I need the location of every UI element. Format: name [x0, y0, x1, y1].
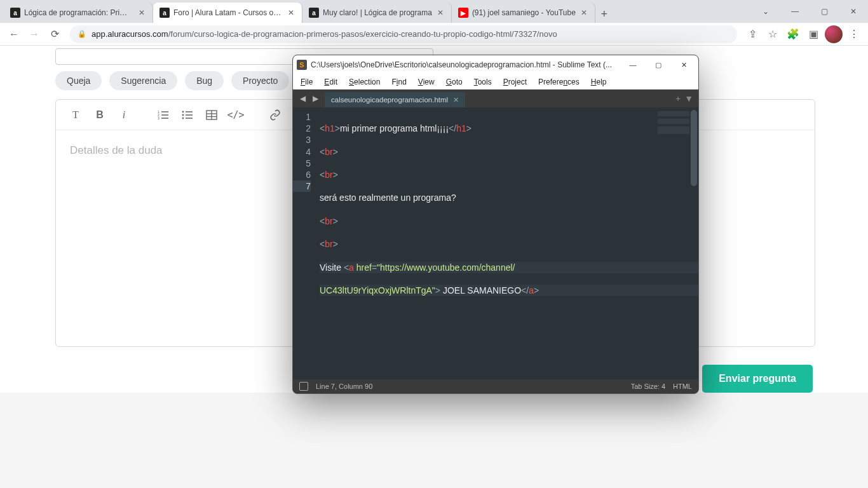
sidepanel-icon[interactable]: ▣ [804, 25, 822, 43]
sublime-window[interactable]: S C:\Users\joels\OneDrive\Escritorio\cal… [292, 55, 699, 394]
svg-point-9 [182, 111, 184, 112]
close-icon[interactable]: ✕ [673, 57, 695, 72]
youtube-favicon-icon: ▶ [458, 8, 468, 18]
tab-3[interactable]: ▶ (91) joel samaniego - YouTube ✕ [452, 3, 595, 23]
code-lines[interactable]: <h1>mi primer programa html¡¡¡¡</h1> <br… [316, 107, 698, 379]
tab-title: Lógica de programación: Primero [24, 8, 133, 17]
tab-0[interactable]: a Lógica de programación: Primero ✕ [4, 3, 153, 23]
maximize-icon[interactable]: ▢ [810, 0, 839, 23]
url-text: app.aluracursos.com/forum/curso-logica-d… [92, 29, 557, 39]
link-button[interactable] [264, 104, 286, 126]
tab-prev-icon[interactable]: ◀ [297, 93, 308, 104]
unordered-list-button[interactable] [177, 104, 198, 126]
svg-point-11 [182, 117, 184, 119]
close-window-icon[interactable]: ✕ [839, 0, 868, 23]
profile-avatar[interactable] [825, 25, 843, 43]
url-host: app.aluracursos.com [92, 29, 168, 39]
sublime-title: C:\Users\joels\OneDrive\Escritorio\calse… [311, 60, 618, 69]
url-path: /forum/curso-logica-de-programacion-prim… [168, 29, 557, 39]
status-language[interactable]: HTML [673, 383, 692, 390]
chip-sugerencia[interactable]: Sugerencia [109, 71, 177, 90]
close-icon[interactable]: ✕ [287, 8, 295, 17]
code-scrollbar[interactable] [691, 110, 697, 186]
share-icon[interactable]: ⇪ [743, 25, 761, 43]
new-tab-button[interactable]: + [595, 5, 613, 23]
alura-favicon-icon: a [309, 8, 319, 18]
svg-point-10 [182, 114, 184, 116]
tab-2[interactable]: a Muy claro! | Lógica de programa ✕ [302, 3, 452, 23]
minimize-icon[interactable]: ― [622, 57, 644, 72]
new-tab-icon[interactable]: + [675, 93, 681, 104]
menu-tools[interactable]: Tools [469, 76, 497, 88]
bold-button[interactable]: B [89, 104, 111, 126]
line-gutter: 1234567 [293, 107, 316, 379]
menu-view[interactable]: View [413, 76, 440, 88]
tab-menu-icon[interactable]: ▼ [684, 93, 693, 104]
tab-strip: a Lógica de programación: Primero ✕ a Fo… [0, 0, 868, 23]
menu-goto[interactable]: Goto [441, 76, 468, 88]
alura-favicon-icon: a [10, 8, 20, 18]
tab-next-icon[interactable]: ▶ [309, 93, 321, 104]
status-bar: Line 7, Column 90 Tab Size: 4 HTML [293, 379, 698, 393]
reload-button[interactable]: ⟳ [46, 25, 64, 43]
toolbar-right: ⇪ ☆ 🧩 ▣ ⋮ [743, 25, 863, 43]
table-button[interactable] [201, 104, 222, 126]
alura-favicon-icon: a [159, 8, 170, 18]
lock-icon: 🔒 [78, 30, 86, 38]
chip-proyecto[interactable]: Proyecto [231, 71, 289, 90]
forward-button[interactable]: → [25, 25, 43, 43]
ordered-list-button[interactable]: 123 [153, 104, 174, 126]
extensions-icon[interactable]: 🧩 [784, 25, 802, 43]
file-tab-label: calseunologicadeprogramacion.html [331, 96, 448, 104]
omnibox[interactable]: 🔒 app.aluracursos.com/forum/curso-logica… [70, 25, 737, 43]
menu-project[interactable]: Project [498, 76, 532, 88]
tab-title: Muy claro! | Lógica de programa [323, 8, 432, 17]
sidebar-toggle-icon[interactable] [299, 382, 308, 391]
sublime-app-icon: S [297, 60, 307, 70]
star-icon[interactable]: ☆ [764, 25, 782, 43]
chip-queja[interactable]: Queja [55, 71, 102, 90]
address-bar-row: ← → ⟳ 🔒 app.aluracursos.com/forum/curso-… [0, 23, 868, 46]
back-button[interactable]: ← [5, 25, 23, 43]
status-tabsize[interactable]: Tab Size: 4 [631, 383, 665, 390]
menu-help[interactable]: Help [586, 76, 612, 88]
close-icon[interactable]: ✕ [436, 8, 445, 17]
sublime-menubar: File Edit Selection Find View Goto Tools… [293, 74, 698, 90]
menu-edit[interactable]: Edit [319, 76, 342, 88]
menu-file[interactable]: File [295, 76, 318, 88]
page-footer-gap [0, 393, 868, 488]
menu-preferences[interactable]: Preferences [533, 76, 585, 88]
maximize-icon[interactable]: ▢ [648, 57, 669, 72]
tab-nav-arrows: ◀ ▶ [293, 93, 325, 104]
kebab-menu-icon[interactable]: ⋮ [845, 25, 863, 43]
tabrow-right: + ▼ [675, 93, 698, 104]
code-button[interactable]: </> [225, 104, 247, 126]
tab-1[interactable]: a Foro | Alura Latam - Cursos onlin ✕ [153, 3, 302, 23]
minimap[interactable] [658, 111, 689, 149]
heading-button[interactable]: T [65, 104, 86, 126]
chip-bug[interactable]: Bug [185, 71, 224, 90]
sublime-tabrow: ◀ ▶ calseunologicadeprogramacion.html ✕ … [293, 90, 698, 107]
code-area[interactable]: 1234567 <h1>mi primer programa html¡¡¡¡<… [293, 107, 698, 379]
browser-chrome: a Lógica de programación: Primero ✕ a Fo… [0, 0, 868, 46]
menu-selection[interactable]: Selection [344, 76, 385, 88]
close-icon[interactable]: ✕ [580, 8, 588, 17]
close-icon[interactable]: ✕ [137, 8, 146, 17]
status-cursor: Line 7, Column 90 [316, 383, 372, 390]
svg-text:3: 3 [158, 116, 159, 120]
tab-title: (91) joel samaniego - YouTube [472, 8, 576, 17]
caret-down-icon[interactable]: ⌄ [751, 0, 780, 23]
tab-title: Foro | Alura Latam - Cursos onlin [173, 8, 283, 17]
italic-button[interactable]: i [113, 104, 135, 126]
menu-find[interactable]: Find [386, 76, 411, 88]
close-tab-icon[interactable]: ✕ [453, 96, 459, 104]
window-controls: ⌄ ― ▢ ✕ [751, 0, 868, 23]
minimize-icon[interactable]: ― [780, 0, 810, 23]
submit-question-button[interactable]: Enviar pregunta [702, 365, 813, 393]
sublime-titlebar[interactable]: S C:\Users\joels\OneDrive\Escritorio\cal… [293, 55, 698, 74]
file-tab[interactable]: calseunologicadeprogramacion.html ✕ [325, 92, 465, 107]
